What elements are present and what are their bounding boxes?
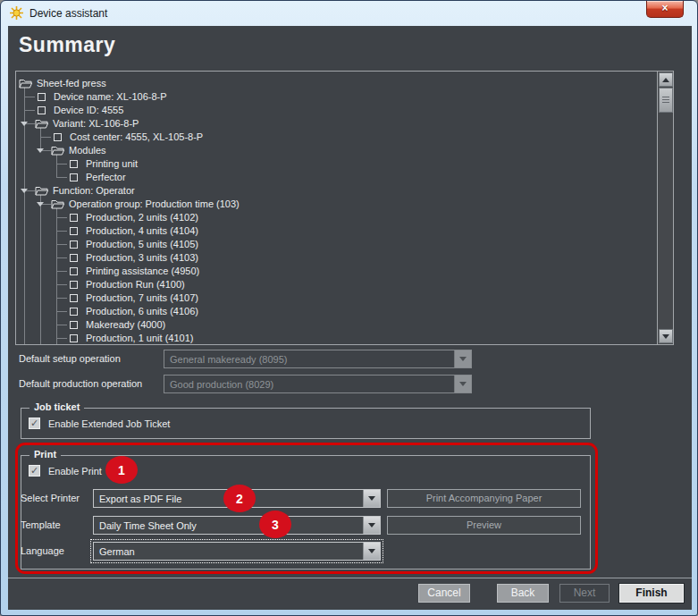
tree-rows: Sheet-fed pressDevice name: XL-106-8-PDe… bbox=[16, 72, 657, 344]
folder-icon bbox=[35, 119, 48, 129]
template-combobox[interactable]: Daily Time Sheet Only bbox=[93, 516, 381, 535]
tree-item[interactable]: Cost center: 4555, XL-105-8-P bbox=[16, 131, 657, 144]
dropdown-button[interactable] bbox=[363, 490, 380, 507]
tree-checkbox-icon[interactable] bbox=[67, 280, 80, 290]
tree-item[interactable]: Production, 4 units (4104) bbox=[16, 224, 657, 238]
window-title: Device assistant bbox=[29, 7, 107, 20]
close-button[interactable]: × bbox=[646, 1, 684, 18]
scrollbar-thumb[interactable] bbox=[659, 88, 673, 113]
folder-icon bbox=[19, 79, 32, 89]
chevron-down-icon bbox=[459, 382, 467, 386]
folder-icon bbox=[35, 186, 48, 196]
cancel-button[interactable]: Cancel bbox=[418, 584, 470, 603]
tree-checkbox-icon[interactable] bbox=[67, 253, 80, 263]
tree-item-label: Variant: XL-106-8-P bbox=[53, 118, 139, 129]
tree-connector bbox=[56, 164, 67, 165]
enable-print-row[interactable]: ✓ Enable Print bbox=[29, 465, 102, 477]
tree-checkbox-icon[interactable] bbox=[51, 132, 64, 142]
check-glyph: ✓ bbox=[30, 418, 38, 428]
tree-item-label: Device ID: 4555 bbox=[54, 105, 123, 115]
tree-item-label: Production, 2 units (4102) bbox=[86, 212, 198, 223]
checkbox-empty-icon[interactable] bbox=[70, 281, 78, 289]
dropdown-button bbox=[454, 376, 471, 392]
default-setup-combobox: General makeready (8095) bbox=[164, 350, 472, 368]
tree-connector bbox=[40, 137, 51, 138]
checkbox-empty-icon[interactable] bbox=[70, 267, 78, 275]
tree-item[interactable]: Production, 6 units (4106) bbox=[16, 305, 657, 318]
tree-item[interactable]: Production Run (4100) bbox=[16, 278, 657, 291]
checkbox-empty-icon[interactable] bbox=[70, 308, 78, 316]
checkbox-empty-icon[interactable] bbox=[70, 334, 78, 342]
expand-arrow-icon[interactable] bbox=[37, 202, 44, 207]
tree-checkbox-icon[interactable] bbox=[67, 226, 80, 236]
extended-job-ticket-row[interactable]: ✓ Enable Extended Job Ticket bbox=[29, 418, 170, 429]
checkbox-empty-icon[interactable] bbox=[38, 93, 46, 101]
tree-connector bbox=[24, 97, 35, 97]
checkbox-empty-icon[interactable] bbox=[70, 214, 78, 222]
tree-item-label: Production, 7 units (4107) bbox=[86, 292, 198, 303]
tree-item[interactable]: Makeready (4000) bbox=[16, 318, 657, 332]
checkbox-empty-icon[interactable] bbox=[70, 227, 78, 235]
back-button[interactable]: Back bbox=[497, 584, 549, 603]
tree-checkbox-icon[interactable] bbox=[35, 105, 48, 115]
tree-checkbox-icon[interactable] bbox=[67, 266, 80, 276]
checkbox-empty-icon[interactable] bbox=[70, 294, 78, 302]
job-ticket-group: Job ticket ✓ Enable Extended Job Ticket bbox=[21, 408, 591, 439]
extended-job-ticket-label: Enable Extended Job Ticket bbox=[48, 418, 170, 429]
tree-checkbox-icon[interactable] bbox=[67, 240, 80, 249]
tree-item[interactable]: Variant: XL-106-8-P bbox=[16, 117, 657, 131]
finish-button[interactable]: Finish bbox=[619, 584, 684, 603]
checkbox-empty-icon[interactable] bbox=[70, 254, 78, 262]
checkbox-empty-icon[interactable] bbox=[70, 160, 78, 168]
tree-item[interactable]: Production, 2 units (4102) bbox=[16, 211, 657, 224]
checkbox-empty-icon[interactable] bbox=[70, 321, 78, 329]
expand-arrow-icon[interactable] bbox=[37, 148, 44, 153]
checkbox-empty-icon[interactable] bbox=[70, 173, 78, 181]
job-ticket-title: Job ticket bbox=[29, 401, 84, 412]
tree-item[interactable]: Device ID: 4555 bbox=[16, 104, 657, 117]
scroll-up-button[interactable] bbox=[659, 72, 673, 87]
scroll-down-button[interactable] bbox=[659, 329, 673, 343]
tree-checkbox-icon[interactable] bbox=[35, 92, 48, 102]
tree-checkbox-icon[interactable] bbox=[67, 333, 80, 343]
checkbox-empty-icon[interactable] bbox=[70, 240, 78, 249]
tree-item[interactable]: Sheet-fed press bbox=[16, 77, 657, 90]
tree-item[interactable]: Production, 5 units (4105) bbox=[16, 238, 657, 251]
default-setup-value: General makeready (8095) bbox=[164, 354, 454, 365]
tree-item[interactable]: Device name: XL-106-8-P bbox=[16, 90, 657, 104]
language-combobox[interactable]: German bbox=[93, 542, 381, 561]
tree-item[interactable]: Perfector bbox=[16, 171, 657, 184]
tree-item[interactable]: Printing assistance (4950) bbox=[16, 265, 657, 278]
chevron-down-icon bbox=[368, 496, 375, 501]
tree-connector bbox=[56, 338, 67, 339]
tree-checkbox-icon[interactable] bbox=[67, 293, 80, 303]
dropdown-button[interactable] bbox=[363, 517, 380, 534]
expand-arrow-icon[interactable] bbox=[21, 189, 28, 193]
tree-checkbox-icon[interactable] bbox=[67, 307, 80, 316]
tree-item[interactable]: Printing unit bbox=[16, 157, 657, 171]
tree-item[interactable]: Production, 7 units (4107) bbox=[16, 291, 657, 305]
tree-item[interactable]: Operation group: Production time (103) bbox=[16, 198, 657, 211]
checkbox-checked-icon[interactable]: ✓ bbox=[29, 465, 40, 477]
tree-checkbox-icon[interactable] bbox=[67, 213, 80, 223]
arrow-up-icon bbox=[662, 78, 669, 82]
tree-item[interactable]: Modules bbox=[16, 144, 657, 157]
tree-checkbox-icon[interactable] bbox=[67, 173, 80, 182]
tree-item[interactable]: Production, 3 units (4103) bbox=[16, 251, 657, 265]
tree-item[interactable]: Function: Operator bbox=[16, 184, 657, 198]
print-accompanying-paper-button: Print Accompanying Paper bbox=[387, 489, 581, 508]
checkbox-checked-icon[interactable]: ✓ bbox=[29, 418, 40, 429]
tree-scrollbar[interactable] bbox=[657, 72, 673, 344]
checkbox-empty-icon[interactable] bbox=[54, 133, 62, 141]
tree-checkbox-icon[interactable] bbox=[67, 320, 80, 330]
tree-item[interactable]: Production, 1 unit (4101) bbox=[16, 332, 657, 344]
default-production-label: Default production operation bbox=[19, 375, 142, 393]
preview-button: Preview bbox=[387, 516, 581, 535]
tree-checkbox-icon[interactable] bbox=[67, 159, 80, 169]
titlebar[interactable]: Device assistant × bbox=[1, 1, 697, 26]
dialog-content: Summary Sheet-fed pressDevice name: XL-1… bbox=[8, 26, 692, 610]
checkbox-empty-icon[interactable] bbox=[38, 106, 46, 114]
expand-arrow-icon[interactable] bbox=[21, 122, 28, 126]
dropdown-button[interactable] bbox=[363, 543, 380, 560]
annotation-badge-2: 2 bbox=[223, 485, 256, 512]
